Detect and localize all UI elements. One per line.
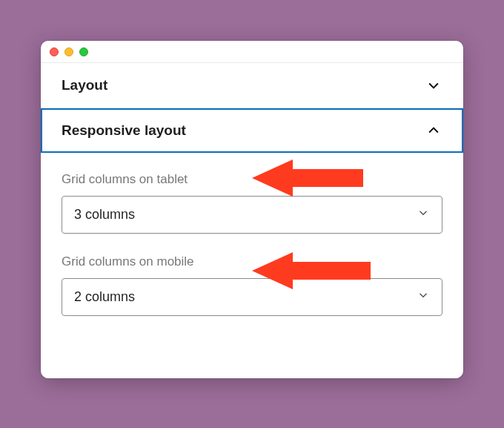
chevron-down-icon bbox=[425, 76, 442, 94]
chevron-down-icon bbox=[417, 206, 430, 223]
tablet-columns-select[interactable]: 3 columns bbox=[62, 196, 442, 234]
section-responsive-title: Responsive layout bbox=[62, 122, 186, 139]
mobile-columns-select[interactable]: 2 columns bbox=[62, 278, 442, 316]
maximize-icon[interactable] bbox=[79, 47, 88, 56]
chevron-up-icon bbox=[425, 122, 442, 139]
window-controls bbox=[50, 47, 88, 56]
section-layout-title: Layout bbox=[62, 77, 107, 93]
window-titlebar bbox=[41, 41, 463, 63]
section-layout[interactable]: Layout bbox=[41, 63, 463, 108]
mobile-columns-label: Grid columns on mobile bbox=[62, 254, 442, 269]
tablet-columns-value: 3 columns bbox=[74, 207, 135, 223]
minimize-icon[interactable] bbox=[64, 47, 73, 56]
section-responsive-body: Grid columns on tablet 3 columns Grid co… bbox=[41, 153, 463, 334]
mobile-columns-value: 2 columns bbox=[74, 289, 135, 305]
tablet-columns-label: Grid columns on tablet bbox=[62, 172, 442, 187]
chevron-down-icon bbox=[417, 289, 430, 306]
section-responsive-layout[interactable]: Responsive layout bbox=[41, 108, 463, 153]
settings-window: Layout Responsive layout Grid columns on… bbox=[41, 41, 463, 378]
close-icon[interactable] bbox=[50, 47, 59, 56]
